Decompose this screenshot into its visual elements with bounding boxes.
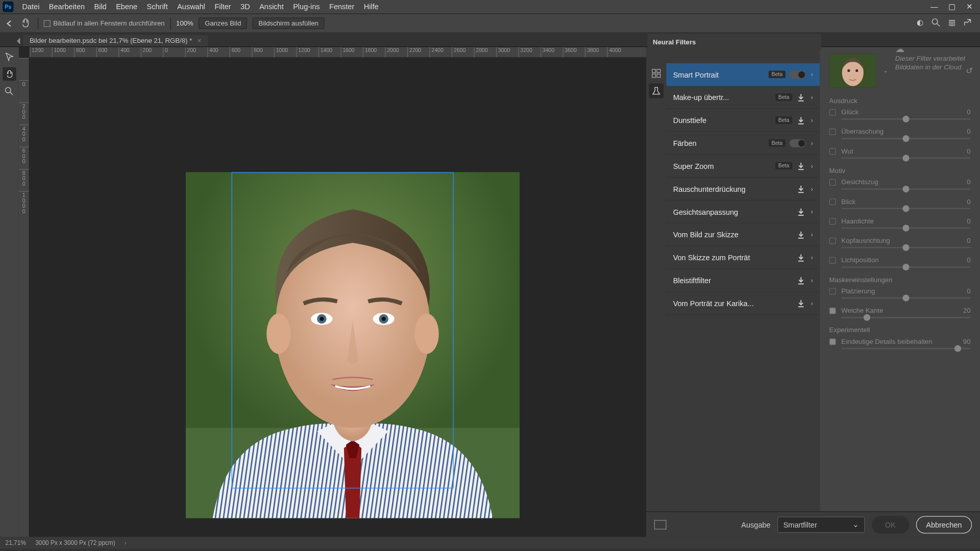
menu-filter[interactable]: Filter: [210, 3, 236, 11]
output-select[interactable]: Smartfilter⌄: [777, 516, 865, 533]
menu-ebene[interactable]: Ebene: [111, 3, 142, 11]
minimize-button[interactable]: —: [930, 3, 938, 11]
featured-filters-icon[interactable]: [649, 66, 664, 81]
menu-auswahl[interactable]: Auswahl: [173, 3, 210, 11]
filter-item[interactable]: Vom Porträt zur Karika...›: [666, 292, 820, 315]
slider-thumb[interactable]: [902, 205, 909, 212]
download-icon[interactable]: [796, 161, 805, 170]
beta-badge: Beta: [775, 116, 792, 124]
slider-track[interactable]: [841, 297, 970, 299]
canvas[interactable]: [30, 58, 646, 537]
filter-item[interactable]: Gesichtsanpassung›: [666, 201, 820, 223]
slider-thumb[interactable]: [902, 244, 909, 251]
slider-checkbox[interactable]: [829, 218, 836, 224]
back-button[interactable]: [4, 18, 15, 29]
fit-button[interactable]: Ganzes Bild: [199, 17, 247, 29]
menu-bearbeiten[interactable]: Bearbeiten: [44, 3, 90, 11]
ok-button[interactable]: OK: [871, 516, 909, 533]
menu-fenster[interactable]: Fenster: [325, 3, 359, 11]
hand-tool[interactable]: [3, 67, 16, 81]
maximize-button[interactable]: ▢: [948, 3, 956, 11]
preview-toggle-icon[interactable]: [654, 520, 667, 529]
filter-item[interactable]: Super ZoomBeta›: [666, 155, 820, 178]
menu-3d[interactable]: 3D: [236, 3, 255, 11]
download-icon[interactable]: [796, 184, 805, 193]
search-icon[interactable]: [932, 18, 940, 29]
slider-thumb[interactable]: [902, 295, 909, 302]
filter-item[interactable]: Vom Bild zur Skizze›: [666, 223, 820, 246]
slider-thumb[interactable]: [902, 264, 909, 270]
slider-checkbox[interactable]: [829, 147, 836, 154]
filter-item[interactable]: Von Skizze zum Porträt›: [666, 246, 820, 269]
menu-schrift[interactable]: Schrift: [142, 3, 173, 11]
slider-row: Kopfausrichtung0: [829, 237, 971, 244]
menu-hilfe[interactable]: Hilfe: [359, 3, 383, 11]
slider-track[interactable]: [841, 317, 970, 318]
slider-track[interactable]: [841, 208, 970, 209]
slider-thumb[interactable]: [902, 135, 909, 142]
zoom-tool[interactable]: [3, 85, 16, 98]
filter-item[interactable]: FärbenBeta›: [666, 132, 820, 155]
cancel-button[interactable]: Abbrechen: [916, 516, 972, 533]
slider-track[interactable]: [841, 247, 970, 248]
status-flyout-icon[interactable]: ›: [125, 540, 127, 546]
workspace-icon[interactable]: ▥: [948, 18, 955, 29]
slider-track[interactable]: [841, 266, 970, 268]
cloud-icon[interactable]: ◐: [917, 18, 923, 29]
document-tab[interactable]: Bilder bearbeiten.psdc bei 21,7% (Ebene …: [23, 35, 208, 46]
download-icon[interactable]: [796, 207, 805, 216]
slider-checkbox[interactable]: [829, 109, 836, 115]
slider-track[interactable]: [841, 348, 970, 349]
toggle-switch[interactable]: [789, 139, 805, 147]
share-icon[interactable]: [963, 18, 972, 29]
filter-item[interactable]: Make-up übertr...Beta›: [666, 86, 820, 109]
slider-thumb[interactable]: [954, 345, 961, 352]
filter-item[interactable]: DunsttiefeBeta›: [666, 109, 820, 132]
slider-thumb[interactable]: [902, 116, 909, 122]
menu-datei[interactable]: Datei: [17, 3, 44, 11]
download-icon[interactable]: [796, 92, 805, 102]
slider-thumb[interactable]: [902, 155, 909, 161]
filter-item[interactable]: Smart PortraitBeta›: [666, 63, 820, 86]
slider-checkbox[interactable]: [829, 198, 836, 205]
move-tool[interactable]: [3, 50, 16, 63]
zoom-value[interactable]: 100%: [176, 19, 193, 27]
filter-item[interactable]: Rauschunterdrückung›: [666, 178, 820, 201]
slider-checkbox[interactable]: [829, 128, 836, 135]
toggle-switch[interactable]: [789, 70, 805, 79]
slider-checkbox[interactable]: [829, 237, 836, 244]
download-icon[interactable]: [796, 230, 805, 239]
menu-plug-ins[interactable]: Plug-ins: [288, 3, 325, 11]
slider-track[interactable]: [841, 118, 970, 120]
slider-track[interactable]: [841, 138, 970, 139]
slider-thumb[interactable]: [864, 314, 870, 321]
filter-name: Make-up übertr...: [673, 93, 772, 102]
slider-checkbox[interactable]: [829, 307, 836, 314]
menu-ansicht[interactable]: Ansicht: [255, 3, 288, 11]
slider-checkbox[interactable]: [829, 257, 836, 263]
slider-track[interactable]: [841, 188, 970, 190]
slider-thumb[interactable]: [902, 224, 909, 231]
slider-checkbox[interactable]: [829, 338, 836, 345]
download-icon[interactable]: [796, 115, 805, 124]
slider-track[interactable]: [841, 158, 970, 159]
document-tabs: Bilder bearbeiten.psdc bei 21,7% (Ebene …: [0, 32, 980, 47]
close-button[interactable]: ✕: [965, 3, 973, 11]
slider-track[interactable]: [841, 228, 970, 229]
download-icon[interactable]: [796, 253, 805, 262]
face-dropdown-icon[interactable]: ⌄: [883, 67, 889, 74]
tab-close-icon[interactable]: ×: [198, 37, 202, 45]
slider-thumb[interactable]: [902, 186, 909, 192]
filter-item[interactable]: Bleistiftfilter›: [666, 269, 820, 292]
beta-filters-icon[interactable]: [649, 84, 664, 98]
slider-label: Eindeutige Details beibehalten: [841, 338, 963, 345]
reset-icon[interactable]: ↺: [965, 67, 972, 76]
scroll-all-checkbox[interactable]: Bildlauf in allen Fenstern durchführen: [44, 19, 165, 27]
download-icon[interactable]: [796, 276, 805, 285]
menu-bild[interactable]: Bild: [89, 3, 111, 11]
download-icon[interactable]: [796, 298, 805, 308]
slider-checkbox[interactable]: [829, 179, 836, 185]
fill-button[interactable]: Bildschirm ausfüllen: [253, 17, 325, 29]
face-thumbnail[interactable]: [829, 54, 876, 87]
slider-checkbox[interactable]: [829, 288, 836, 294]
